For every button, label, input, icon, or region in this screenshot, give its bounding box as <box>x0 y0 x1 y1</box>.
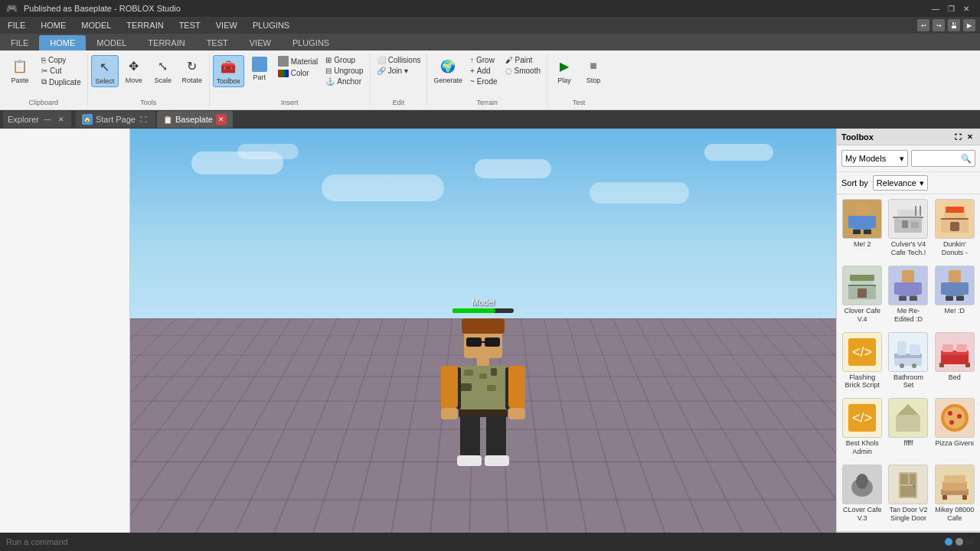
toolbox-item-2[interactable]: Dunkin' Donuts - <box>933 197 977 262</box>
toolbox-item-11[interactable]: Pizza Givers <box>933 396 977 461</box>
part-icon <box>252 57 267 72</box>
tab-baseplate[interactable]: 📋 Baseplate ✕ <box>157 111 233 128</box>
toolbar-btn-3[interactable]: 💾 <box>948 19 960 31</box>
menu-model[interactable]: MODEL <box>74 17 119 34</box>
menu-home[interactable]: HOME <box>33 17 74 34</box>
toolbox-button[interactable]: 🧰 Toolbox <box>213 55 244 87</box>
svg-point-65 <box>912 364 916 368</box>
baseplate-close-btn[interactable]: ✕ <box>216 114 227 125</box>
toolbox-label-1: Culver's V4 Cafe Tech.! <box>887 240 929 257</box>
model-type-dropdown[interactable]: My Models ▾ <box>841 150 908 167</box>
part-button[interactable]: Part <box>246 55 273 83</box>
toolbox-thumb-4 <box>888 266 928 305</box>
command-input[interactable] <box>6 537 945 546</box>
toolbar-btn-2[interactable]: ↪ <box>933 19 945 31</box>
color-button[interactable]: Color <box>275 68 322 78</box>
move-button[interactable]: ✥ Move <box>120 55 148 86</box>
anchor-button[interactable]: ⚓ Anchor <box>322 77 366 86</box>
test-label: Test <box>550 97 607 106</box>
start-page-expand[interactable]: ⛶ <box>139 114 149 125</box>
sort-dropdown[interactable]: Relevance ▾ <box>873 175 928 191</box>
menu-terrain[interactable]: TERRAIN <box>119 17 171 34</box>
rotate-icon: ↻ <box>183 57 201 75</box>
svg-rect-74 <box>896 415 920 432</box>
close-button[interactable]: ✕ <box>959 0 974 17</box>
toolbox-item-5[interactable]: Me! :D <box>933 264 977 329</box>
toolbox-item-10[interactable]: fffff <box>886 396 930 461</box>
tab-model[interactable]: MODEL <box>86 35 137 51</box>
toolbox-resize-btn[interactable]: ⛶ <box>952 132 963 142</box>
toolbox-item-6[interactable]: </> Flashing Brick Script <box>840 331 884 396</box>
play-button[interactable]: ▶ Play <box>550 55 578 86</box>
grow-button[interactable]: ↑ Grow <box>467 55 501 65</box>
toolbox-item-8[interactable]: Bed <box>933 331 977 396</box>
toolbox-close-btn[interactable]: ✕ <box>965 132 975 142</box>
rotate-button[interactable]: ↻ Rotate <box>178 55 206 86</box>
ungroup-button[interactable]: ⊟ Ungroup <box>322 66 366 76</box>
toolbox-thumb-9: </> <box>842 398 882 438</box>
cut-button[interactable]: ✂ Cut <box>38 66 84 76</box>
toolbar-btn-4[interactable]: ▶ <box>963 19 975 31</box>
svg-rect-56 <box>946 296 953 301</box>
thumb-svg-11 <box>938 401 972 435</box>
ribbon-test-section: ▶ Play ■ Stop Test <box>547 54 610 106</box>
duplicate-button[interactable]: ⧉ Duplicate <box>38 77 84 87</box>
toolbox-item-14[interactable]: Mikey 08000 Cafe <box>933 463 977 528</box>
toolbox-item-9[interactable]: </> Best Khols Admin <box>840 396 884 461</box>
toolbox-thumb-10 <box>888 398 928 438</box>
sort-bar: Sort by Relevance ▾ <box>837 172 980 194</box>
status-dot-blue <box>945 538 952 546</box>
tools-label: Tools <box>91 97 206 106</box>
scale-button[interactable]: ⤡ Scale <box>149 55 177 86</box>
stop-button[interactable]: ■ Stop <box>580 55 607 86</box>
toolbox-item-0[interactable]: Me! 2 <box>840 197 884 262</box>
svg-rect-62 <box>897 341 906 355</box>
explorer-close-btn[interactable]: ✕ <box>56 114 67 125</box>
toolbox-label-13: Tan Door V2 Single Door <box>887 506 929 523</box>
cloud-3 <box>322 174 444 201</box>
paint-terrain-button[interactable]: 🖌 Paint <box>502 55 544 65</box>
menu-plugins[interactable]: PLUGINS <box>245 17 297 34</box>
svg-point-87 <box>913 484 916 487</box>
tab-plugins[interactable]: PLUGINS <box>282 35 340 51</box>
collisions-button[interactable]: ⬜ Collisions <box>374 55 424 65</box>
viewport[interactable]: Model <box>130 129 836 551</box>
select-button[interactable]: ↖ Select <box>91 55 119 87</box>
toolbox-item-13[interactable]: Tan Door V2 Single Door <box>886 463 930 528</box>
erode-button[interactable]: ~ Erode <box>467 77 501 86</box>
material-button[interactable]: Material <box>275 55 322 67</box>
toolbox-item-3[interactable]: Clover Cafe V.4 <box>840 264 884 329</box>
svg-rect-71 <box>965 363 970 367</box>
generate-button[interactable]: 🌍 Generate <box>430 55 466 86</box>
toolbox-icon: 🧰 <box>219 57 237 76</box>
maximize-button[interactable]: ❐ <box>943 0 959 17</box>
add-terrain-button[interactable]: + Add <box>467 66 501 76</box>
paste-button[interactable]: 📋 Paste <box>3 55 37 86</box>
menu-test[interactable]: TEST <box>172 17 208 34</box>
search-icon[interactable]: 🔍 <box>961 154 972 164</box>
tab-test[interactable]: TEST <box>196 35 239 51</box>
search-input[interactable] <box>915 154 961 163</box>
tab-home[interactable]: HOME <box>39 35 86 51</box>
toolbox-item-4[interactable]: Me Re-Edited :D <box>886 264 930 329</box>
menu-file[interactable]: FILE <box>0 17 33 34</box>
health-bar-container <box>452 308 514 313</box>
tab-terrain[interactable]: TERRAIN <box>137 35 195 51</box>
smooth-button[interactable]: ◌ Smooth <box>502 66 544 76</box>
explorer-minimize-btn[interactable]: — <box>42 114 53 125</box>
tab-view[interactable]: VIEW <box>239 35 282 51</box>
tab-file[interactable]: FILE <box>0 35 39 51</box>
toolbox-item-7[interactable]: Bathroom Set <box>886 331 930 396</box>
svg-rect-47 <box>899 282 917 296</box>
copy-button[interactable]: ⎘ Copy <box>38 55 84 65</box>
toolbox-item-1[interactable]: Culver's V4 Cafe Tech.! <box>886 197 930 262</box>
menu-view[interactable]: VIEW <box>208 17 245 34</box>
join-button[interactable]: 🔗 Join ▾ <box>374 66 424 76</box>
toolbar-btn-1[interactable]: ↩ <box>917 19 929 31</box>
minimize-button[interactable]: — <box>928 0 943 17</box>
tab-start-page[interactable]: 🏠 Start Page ⛶ <box>76 111 155 128</box>
toolbox-thumb-0 <box>842 199 882 239</box>
svg-rect-39 <box>946 207 964 213</box>
toolbox-item-12[interactable]: CLover Cafe V.3 <box>840 463 884 528</box>
group-button[interactable]: ⊞ Group <box>322 55 366 65</box>
